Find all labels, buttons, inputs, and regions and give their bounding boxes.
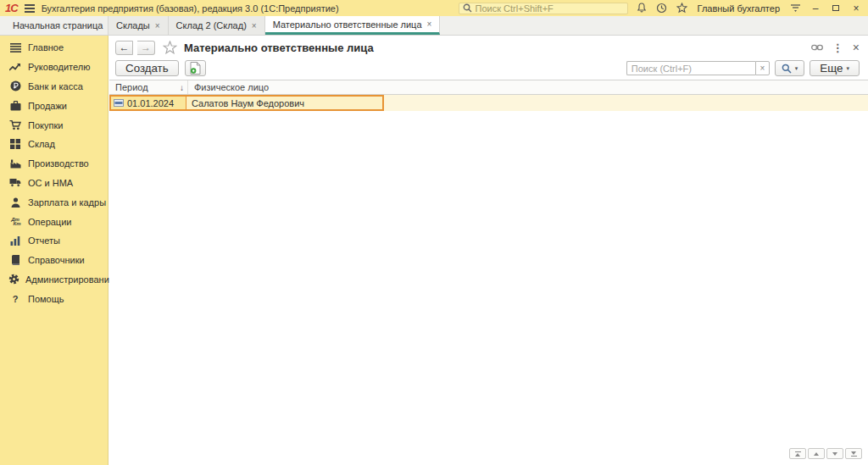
sidebar-item-zarplata-kadry[interactable]: Зарплата и кадры [0,192,108,212]
truck-icon [8,178,22,187]
list-form: ← → Материально ответственные лица ⋮ × С… [109,36,868,465]
sidebar-item-label: Банк и касса [28,81,83,91]
list-toolbar: Создать × ▾ Еще ▾ [109,56,868,80]
search-icon [463,3,472,13]
bar-chart-icon [8,235,22,246]
dt-kt-icon: Дт Кт [8,218,22,226]
boxes-grid-icon [8,139,22,149]
sidebar-item-rukovoditelyu[interactable]: Руководителю [0,58,108,77]
list-search-input[interactable] [626,61,755,75]
sidebar-item-label: Склад [28,139,55,149]
column-label: Период [115,82,148,92]
sidebar-item-administrirovanie[interactable]: Администрирование [0,270,108,290]
sidebar-item-proizvodstvo[interactable]: Производство [0,154,108,174]
forward-button[interactable]: → [137,41,155,55]
table-row[interactable]: 01.01.2024 Салатов Наум Федорович [109,95,868,111]
sidebar-item-sklad[interactable]: Склад [0,135,108,154]
close-form-icon[interactable]: × [853,41,860,54]
sidebar-item-glavnoe[interactable]: Главное [0,38,108,58]
list-search: × [626,61,770,75]
favorite-star-icon[interactable] [163,41,177,54]
sidebar-item-otchety[interactable]: Отчеты [0,231,108,251]
sidebar-item-bank-kassa[interactable]: Банк и касса [0,77,108,97]
tab-label: Материально ответственные лица [273,19,422,30]
gear-icon [8,274,19,285]
close-window-button[interactable]: × [849,3,863,14]
sidebar-item-label: Справочники [28,255,85,265]
search-icon [782,64,792,74]
tab-home-label: Начальная страница [13,20,103,30]
more-button-label: Еще [820,62,843,75]
kt-label: Кт [13,222,20,226]
service-menu-icon[interactable] [788,2,802,15]
toolbar-right: × ▾ Еще ▾ [626,60,860,76]
tab-label: Склад 2 (Склад) [176,20,247,30]
sidebar-item-label: Помощь [28,294,64,304]
tab-home[interactable]: Начальная страница [0,16,108,35]
clear-search-icon[interactable]: × [755,61,770,75]
create-group-button[interactable] [185,60,206,76]
get-link-icon[interactable] [811,42,823,53]
form-nav-row: ← → Материально ответственные лица ⋮ × [109,36,868,56]
more-actions-kebab-icon[interactable]: ⋮ [832,42,843,54]
trend-chart-icon [8,63,22,72]
selected-row-frame: 01.01.2024 Салатов Наум Федорович [109,95,384,111]
tab-label: Склады [116,20,150,30]
more-button[interactable]: Еще ▾ [810,60,860,76]
advanced-search-button[interactable]: ▾ [775,60,805,76]
cart-icon [8,120,22,130]
go-previous-button[interactable] [808,448,825,459]
sidebar-item-spravochniki[interactable]: Справочники [0,251,108,270]
history-icon[interactable] [655,2,669,15]
notifications-bell-icon[interactable] [635,2,648,15]
minimize-button[interactable]: – [809,3,822,14]
period-value: 01.01.2024 [127,98,174,108]
factory-icon [8,159,22,169]
create-button[interactable]: Создать [115,60,179,76]
menu-lines-icon [8,43,22,53]
sidebar-item-label: ОС и НМА [28,178,73,188]
main-menu-icon[interactable] [25,4,35,13]
list-table: Период ↓ Физическое лицо 01.01.2024 Сала… [109,80,868,111]
maximize-icon [832,5,839,11]
person-icon [8,197,22,208]
register-record-icon [114,99,124,107]
form-nav-right: ⋮ × [811,41,860,54]
go-last-button[interactable] [845,448,862,459]
back-button[interactable]: ← [115,41,133,55]
user-role-label[interactable]: Главный бухгалтер [698,3,780,14]
sidebar-item-label: Покупки [28,120,63,130]
sidebar-item-prodazhi[interactable]: Продажи [0,96,108,115]
cell-person[interactable]: Салатов Наум Федорович [186,97,382,109]
sidebar-item-operacii[interactable]: Дт Кт Операции [0,212,108,231]
maximize-button[interactable] [829,3,843,14]
tabbar-empty-space [440,16,868,35]
sidebar-item-label: Отчеты [28,235,60,246]
sidebar-item-os-nma[interactable]: ОС и НМА [0,174,108,193]
chevron-down-icon: ▾ [795,65,798,72]
sidebar-item-label: Продажи [28,101,67,111]
go-first-button[interactable] [789,448,806,459]
column-header-person[interactable]: Физическое лицо [188,82,868,92]
document-green-icon [190,62,201,75]
favorites-star-icon[interactable] [676,2,689,15]
sidebar-item-pomosch[interactable]: ? Помощь [0,289,108,308]
sidebar-item-pokupki[interactable]: Покупки [0,115,108,135]
app-title: Бухгалтерия предприятия (базовая), редак… [42,3,339,14]
tab-close-icon[interactable]: × [252,21,257,30]
go-next-button[interactable] [826,448,843,459]
book-icon [8,255,22,265]
tab-mol-active[interactable]: Материально ответственные лица × [265,16,441,35]
tab-sklady[interactable]: Склады × [108,16,169,35]
list-pagination [789,448,862,459]
tab-close-icon[interactable]: × [427,19,432,29]
tab-sklad2[interactable]: Склад 2 (Склад) × [169,16,265,35]
tab-close-icon[interactable]: × [155,21,160,30]
tabbar: Начальная страница Склады × Склад 2 (Скл… [0,16,868,36]
sort-desc-icon: ↓ [180,83,184,92]
cell-period[interactable]: 01.01.2024 [111,97,186,109]
global-search-input[interactable]: Поиск Ctrl+Shift+F [459,3,628,14]
column-header-period[interactable]: Период ↓ [109,80,188,94]
sidebar-item-label: Главное [28,42,64,53]
global-search-placeholder: Поиск Ctrl+Shift+F [476,3,554,14]
